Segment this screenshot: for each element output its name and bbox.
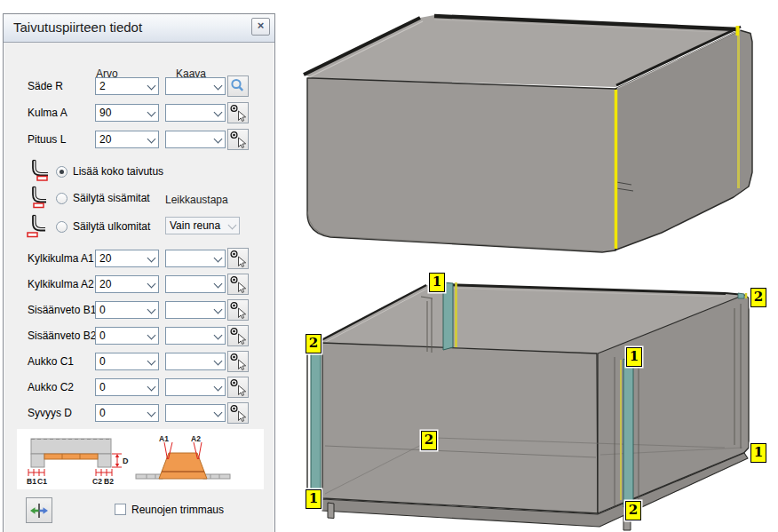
chevron-down-icon[interactable] [147, 331, 156, 340]
cut-mode-combo[interactable]: Vain reuna [165, 217, 240, 234]
angle-diagram: A1 A2 [134, 434, 232, 486]
sheet-metal-box-render [284, 0, 778, 266]
chevron-down-icon[interactable] [214, 82, 223, 91]
chevron-down-icon[interactable] [147, 108, 156, 117]
pick-from-model-button[interactable] [227, 274, 249, 295]
svg-text:A1: A1 [159, 434, 169, 443]
field-label-syvyys-d: Syvyys D [28, 407, 72, 419]
value-combo-sisaanveto-b2[interactable]: 0 [95, 327, 159, 345]
chevron-down-icon[interactable] [214, 383, 223, 392]
pick-from-model-button[interactable] [227, 248, 249, 269]
chevron-down-icon[interactable] [214, 357, 223, 366]
chevron-down-icon[interactable] [147, 82, 156, 91]
combo-value: 0 [99, 407, 144, 419]
pick-target-cursor-icon [228, 326, 248, 345]
chevron-down-icon[interactable] [147, 280, 156, 289]
pick-from-model-button[interactable] [227, 102, 249, 123]
chevron-down-icon[interactable] [214, 280, 223, 289]
chevron-down-icon[interactable] [214, 108, 223, 117]
bend-end-marker[interactable]: 1 [626, 347, 642, 367]
bend-end-marker[interactable]: 1 [306, 489, 322, 509]
combo-value: 2 [99, 80, 144, 92]
value-combo-sade-r[interactable]: 2 [95, 77, 159, 95]
formula-combo-syvyys-d[interactable] [165, 404, 226, 422]
pick-from-model-button[interactable] [227, 402, 249, 424]
field-label-pituus-l: Pituus L [28, 133, 66, 146]
value-combo-syvyys-d[interactable]: 0 [95, 404, 159, 422]
measure-search-button[interactable] [227, 75, 249, 97]
trim-edges-checkbox[interactable] [115, 504, 126, 515]
model-viewport-preview[interactable] [284, 266, 778, 532]
formula-combo-aukko-c1[interactable] [165, 353, 226, 370]
model-viewport-current[interactable] [284, 0, 778, 266]
close-button[interactable]: × [251, 18, 270, 36]
formula-combo-sisaanveto-b2[interactable] [165, 327, 226, 345]
formula-combo-kulma-a[interactable] [165, 104, 226, 122]
chevron-down-icon[interactable] [147, 254, 156, 263]
formula-combo-kylkikulma-a2[interactable] [165, 275, 226, 293]
chevron-down-icon[interactable] [214, 135, 223, 144]
radio-label: Säilytä ulkomitat [73, 220, 150, 233]
value-combo-pituus-l[interactable]: 20 [95, 131, 159, 148]
chevron-down-icon[interactable] [147, 135, 156, 144]
chevron-down-icon[interactable] [147, 409, 156, 417]
radio-lisaa-koko-taivutus[interactable] [56, 166, 67, 178]
value-combo-sisaanveto-b1[interactable]: 0 [95, 301, 159, 319]
field-label-sade-r: Säde R [28, 80, 63, 92]
pick-target-cursor-icon [228, 300, 248, 320]
bend-end-marker[interactable]: 2 [421, 431, 437, 450]
pick-target-cursor-icon [228, 274, 248, 294]
dialog-titlebar[interactable]: Taivutuspiirteen tiedot × [4, 14, 274, 43]
bend-feature-dialog: Taivutuspiirteen tiedot × Arvo Kaava Säd… [3, 13, 275, 532]
chevron-down-icon[interactable] [147, 383, 156, 392]
chevron-down-icon[interactable] [147, 306, 156, 314]
radio-sailyta-ulkomitat[interactable] [56, 221, 67, 233]
value-combo-aukko-c2[interactable]: 0 [95, 378, 159, 396]
radio-label: Säilytä sisämitat [73, 192, 150, 204]
radio-sailyta-sisamitat[interactable] [56, 193, 67, 204]
bend-end-marker[interactable]: 2 [306, 334, 322, 353]
flip-direction-button[interactable] [26, 497, 52, 523]
svg-text:A2: A2 [191, 434, 201, 443]
chevron-down-icon[interactable] [214, 306, 223, 314]
bend-mode-icon-full [26, 159, 50, 187]
value-combo-kulma-a[interactable]: 90 [95, 104, 159, 122]
screen: Taivutuspiirteen tiedot × Arvo Kaava Säd… [0, 0, 778, 532]
pick-target-cursor-icon [228, 249, 248, 268]
combo-value: Vain reuna [170, 219, 225, 232]
chevron-down-icon[interactable] [214, 331, 223, 340]
pick-from-model-button[interactable] [227, 351, 249, 372]
formula-combo-sisaanveto-b1[interactable] [165, 301, 226, 319]
formula-combo-sade-r[interactable] [165, 77, 226, 95]
value-combo-kylkikulma-a1[interactable]: 20 [95, 250, 159, 267]
pick-from-model-button[interactable] [227, 377, 249, 398]
section-diagram: D B1 C1 C2 B2 [27, 434, 129, 486]
combo-value: 20 [99, 133, 144, 146]
bend-mode-icon-inner [26, 186, 50, 213]
chevron-down-icon[interactable] [214, 254, 223, 263]
svg-text:C1: C1 [37, 477, 47, 486]
chevron-down-icon[interactable] [147, 357, 156, 366]
chevron-down-icon [228, 221, 237, 230]
pick-target-cursor-icon [228, 377, 248, 397]
pick-from-model-button[interactable] [227, 299, 249, 321]
cut-mode-label: Leikkaustapa [165, 194, 228, 206]
svg-text:D: D [123, 457, 129, 465]
pick-from-model-button[interactable] [227, 129, 249, 150]
value-combo-kylkikulma-a2[interactable]: 20 [95, 275, 159, 293]
pick-from-model-button[interactable] [227, 325, 249, 346]
value-combo-aukko-c1[interactable]: 0 [95, 353, 159, 370]
formula-combo-pituus-l[interactable] [165, 131, 226, 148]
bend-end-marker[interactable]: 2 [750, 288, 766, 307]
sheet-metal-box-preview [284, 266, 778, 532]
combo-value: 0 [99, 381, 144, 393]
formula-combo-aukko-c2[interactable] [165, 378, 226, 396]
formula-combo-kylkikulma-a1[interactable] [165, 250, 226, 267]
radio-label: Lisää koko taivutus [73, 165, 163, 178]
field-label-sisaanveto-b1: Sisäänveto B1 [28, 304, 96, 316]
bend-end-marker[interactable]: 1 [429, 273, 445, 292]
bend-end-marker[interactable]: 1 [750, 443, 766, 463]
chevron-down-icon[interactable] [214, 409, 223, 417]
pick-target-cursor-icon [228, 130, 248, 149]
bend-end-marker[interactable]: 2 [625, 501, 641, 520]
